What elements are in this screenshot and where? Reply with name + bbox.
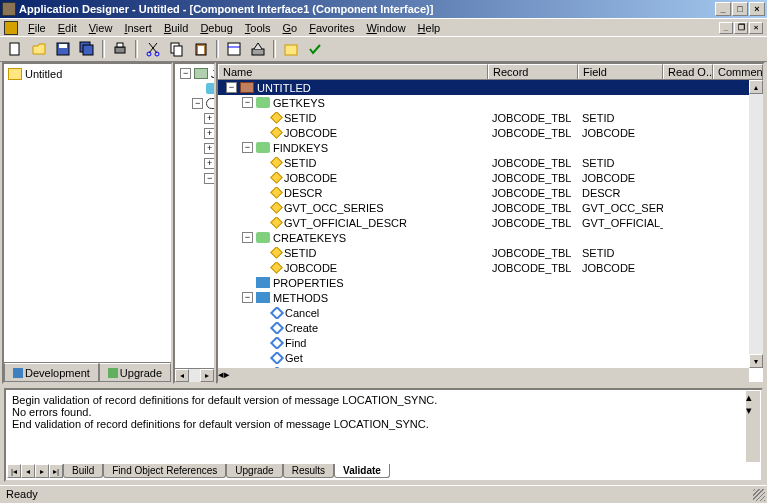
scroll-right-button[interactable]: ▸ [200, 369, 214, 382]
maximize-button[interactable]: □ [732, 2, 748, 16]
tree-expander[interactable]: − [242, 292, 253, 303]
grid-row[interactable]: −GETKEYS [218, 95, 763, 110]
right-v-scrollbar[interactable]: ▴ ▾ [749, 80, 763, 368]
right-h-scrollbar[interactable]: ◂ ▸ [218, 368, 749, 382]
grid-row[interactable]: −UNTITLED [218, 80, 763, 95]
scroll-track[interactable] [749, 94, 763, 354]
open-button[interactable] [28, 39, 50, 59]
component-tree-row[interactable]: +HR_LBL_WRK (Derive [177, 126, 212, 141]
col-comment[interactable]: Comment [713, 64, 763, 79]
tree-expander[interactable]: + [204, 143, 214, 154]
component-tree-row[interactable]: +EXCH_RT_WRK (I [177, 321, 212, 336]
new-button[interactable] [4, 39, 26, 59]
grid-row[interactable]: GVT_OFFICIAL_DESCRJOBCODE_TBLGVT_OFFICIA… [218, 215, 763, 230]
grid-row[interactable]: JOBCODEJOBCODE_TBLJOBCODE [218, 125, 763, 140]
project-root-item[interactable]: Untitled [8, 68, 167, 80]
tab-nav-next[interactable]: ▸ [35, 464, 49, 478]
grid-row[interactable]: PROPERTIES [218, 275, 763, 290]
grid-row[interactable]: JOBCODEJOBCODE_TBLJOBCODE [218, 260, 763, 275]
tree-expander[interactable]: − [242, 97, 253, 108]
tab-nav-last[interactable]: ▸| [49, 464, 63, 478]
tab-nav-prev[interactable]: ◂ [21, 464, 35, 478]
mdi-close-button[interactable]: × [749, 22, 763, 34]
project-button[interactable] [280, 39, 302, 59]
grid-row[interactable]: SETIDJOBCODE_TBLSETID [218, 155, 763, 170]
properties-button[interactable] [223, 39, 245, 59]
menu-help[interactable]: Help [412, 21, 447, 35]
grid-row[interactable]: JOBCODEJOBCODE_TBLJOBCODE [218, 170, 763, 185]
component-tree-row[interactable]: +JOBCODE_TBL (Table [177, 111, 212, 126]
col-field[interactable]: Field [578, 64, 663, 79]
tree-expander[interactable]: − [226, 82, 237, 93]
component-tree-row[interactable]: +DERIVED_EG (De [177, 246, 212, 261]
grid-row[interactable]: −CREATEKEYS [218, 230, 763, 245]
output-v-scrollbar[interactable]: ▴ ▾ [746, 391, 760, 462]
col-record[interactable]: Record [488, 64, 578, 79]
minimize-button[interactable]: _ [715, 2, 731, 16]
validate-button[interactable] [304, 39, 326, 59]
grid-row[interactable]: GVT_OCC_SERIESJOBCODE_TBLGVT_OCC_SERI... [218, 200, 763, 215]
component-tree-row[interactable]: +Scroll - Level 2 Pri [177, 336, 212, 351]
scroll-down-button[interactable]: ▾ [746, 404, 760, 417]
menu-debug[interactable]: Debug [194, 21, 238, 35]
grid-row[interactable]: Get [218, 350, 763, 365]
scroll-up-button[interactable]: ▴ [746, 391, 760, 404]
menu-window[interactable]: Window [360, 21, 411, 35]
save-button[interactable] [52, 39, 74, 59]
component-tree-row[interactable]: +FUNCLIB_HR (Der [177, 201, 212, 216]
tab-nav-first[interactable]: |◂ [7, 464, 21, 478]
grid-body[interactable]: −UNTITLED−GETKEYSSETIDJOBCODE_TBLSETIDJO… [218, 80, 763, 382]
component-tree-row[interactable]: +DERIVED (Derived) [177, 141, 212, 156]
component-tree-row[interactable]: −Scroll - Level 0 [177, 96, 212, 111]
grid-row[interactable]: SETIDJOBCODE_TBLSETID [218, 245, 763, 260]
output-tab-upgrade[interactable]: Upgrade [226, 464, 282, 478]
component-tree-row[interactable]: −JOB_CODE_TBL (Component) [177, 66, 212, 81]
menu-go[interactable]: Go [277, 21, 304, 35]
mid-h-scrollbar[interactable]: ◂ ▸ [175, 368, 214, 382]
paste-button[interactable] [190, 39, 212, 59]
component-tree-row[interactable]: +JOBCODE_TBL (T [177, 186, 212, 201]
scroll-down-button[interactable]: ▾ [749, 354, 763, 368]
mdi-minimize-button[interactable]: _ [719, 22, 733, 34]
component-tree-row[interactable]: +Scroll - Level 2 Pri [177, 351, 212, 366]
component-tree-row[interactable]: +Scroll - Level 1 Primary [177, 156, 212, 171]
menu-insert[interactable]: Insert [118, 21, 158, 35]
grid-row[interactable]: Cancel [218, 305, 763, 320]
output-text[interactable]: Begin validation of record definitions f… [6, 390, 761, 462]
component-tree-row[interactable]: +EG_IC_WRK0 (De [177, 231, 212, 246]
cut-button[interactable] [142, 39, 164, 59]
output-tab-validate[interactable]: Validate [334, 464, 390, 478]
grid-row[interactable]: −METHODS [218, 290, 763, 305]
tree-expander[interactable]: + [204, 113, 214, 124]
tree-expander[interactable]: − [242, 142, 253, 153]
menu-favorites[interactable]: Favorites [303, 21, 360, 35]
component-tree-row[interactable]: +DERIVED_GVT (D [177, 276, 212, 291]
component-tree-row[interactable]: JOBCODE_TBL (Table) - Se [177, 81, 212, 96]
scroll-right-button[interactable]: ▸ [224, 368, 230, 382]
print-button[interactable] [109, 39, 131, 59]
component-tree[interactable]: −JOB_CODE_TBL (Component)JOBCODE_TBL (Ta… [175, 64, 214, 366]
menu-view[interactable]: View [83, 21, 119, 35]
grid-row[interactable]: DESCRJOBCODE_TBLDESCR [218, 185, 763, 200]
tree-expander[interactable]: + [204, 158, 214, 169]
tree-expander[interactable]: + [204, 128, 214, 139]
output-tab-results[interactable]: Results [283, 464, 334, 478]
menu-build[interactable]: Build [158, 21, 194, 35]
component-tree-row[interactable]: +DERIVED_IC_GBL [177, 216, 212, 231]
tree-expander[interactable]: − [180, 68, 191, 79]
output-tab-find-object-references[interactable]: Find Object References [103, 464, 226, 478]
scroll-track[interactable] [189, 369, 200, 382]
tree-expander[interactable]: − [192, 98, 203, 109]
tree-expander[interactable]: − [242, 232, 253, 243]
grid-row[interactable]: −FINDKEYS [218, 140, 763, 155]
tree-expander[interactable]: − [204, 173, 214, 184]
project-tree[interactable]: Untitled [4, 64, 171, 362]
menu-tools[interactable]: Tools [239, 21, 277, 35]
grid-row[interactable]: SETIDJOBCODE_TBLSETID [218, 110, 763, 125]
close-button[interactable]: × [749, 2, 765, 16]
mdi-doc-icon[interactable] [4, 21, 18, 35]
copy-button[interactable] [166, 39, 188, 59]
col-readonly[interactable]: Read O... [663, 64, 713, 79]
resize-grip[interactable] [753, 489, 765, 501]
menu-edit[interactable]: Edit [52, 21, 83, 35]
